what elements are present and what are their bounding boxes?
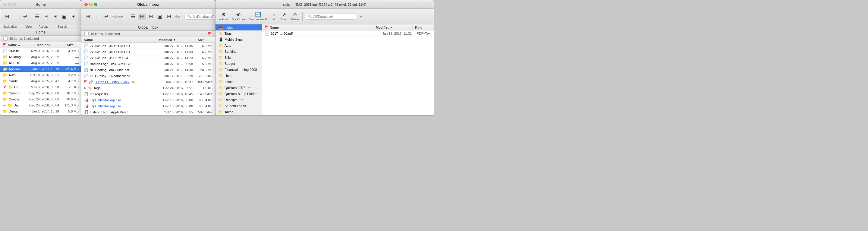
home-col-modified[interactable]: Modified (34, 42, 64, 48)
list-item-decorating[interactable]: — 📁 Decorating Dec 24, 2016, 08:04 171.3… (0, 102, 81, 108)
close-button-home[interactable] (3, 3, 7, 6)
folder-icon-receipts: 📁 (218, 98, 223, 102)
rt-delete-label: Delete (291, 18, 299, 21)
sidebar-quicken-label: Quicken 2007 (224, 86, 245, 90)
rt-search-box[interactable]: 🔍 (305, 13, 358, 20)
sidebar-item-home[interactable]: 📁 Home (216, 73, 262, 79)
gi-view-split-btn[interactable]: ⊟ (138, 13, 146, 20)
view-icon-btn[interactable]: ⊞ (69, 13, 78, 20)
right-col-name[interactable]: 🚩 Name (262, 24, 373, 30)
gi-nav-up-btn[interactable]: ⌂ (93, 13, 101, 20)
list-item-appliances[interactable]: 📁 Appliances Jan 1, 2017, 13:19 85.4 MB (0, 66, 81, 72)
traffic-lights-home[interactable] (3, 3, 16, 6)
sidebar-income-label: Income (224, 80, 236, 84)
inbox-icon: 📥 (218, 25, 223, 30)
list-item-computers[interactable]: 📁 Computers Sep 25, 2016, 20:06 18.7 MB (0, 90, 81, 96)
list-item[interactable]: 📁 All PDF Documents Aug 4, 2015, 20:29 — (0, 60, 81, 66)
list-item[interactable]: 📁 Contractors Dec 24, 2016, 08:08 30.6 M… (0, 96, 81, 102)
folder-icon-financial: 📁 (218, 67, 223, 72)
list-item[interactable]: 📋 DT requests Dec 18, 2016, 10:45 140 by… (82, 91, 215, 97)
open-icon: ↗ (282, 12, 286, 17)
gi-col-modified[interactable]: Modified ▼ (156, 37, 195, 42)
sidebar-item-income[interactable]: 📁 Income (216, 79, 262, 85)
list-item[interactable]: 📁 All Images Aug 4, 2015, 20:29 — (0, 54, 81, 60)
cover-icon: ▣ (62, 14, 67, 19)
gi-view-list-btn[interactable]: ☰ (129, 13, 137, 20)
close-button-inbox[interactable] (84, 3, 88, 6)
list-item[interactable]: 📄 CSA Policy...l Weatherhead Jan 17, 201… (82, 73, 215, 79)
sidebar-item-auto[interactable]: 📁 Auto (216, 42, 262, 49)
toolbar-view-label: View (25, 25, 32, 28)
rt-sync-btn[interactable]: 🔄 Synchronize All (248, 12, 269, 21)
home-col-name[interactable]: 🚩 Name ▲ (0, 42, 34, 48)
gi-view-3col-btn[interactable]: ⊞ (147, 13, 155, 20)
list-item[interactable]: 📁 Cards Aug 4, 2015, 20:47 4.7 MB (0, 78, 81, 84)
sidebar-item-inbox[interactable]: 📥 Inbox (216, 24, 262, 30)
list-item[interactable]: 📄 27253: Jan...35:16 PM EST Jan 27, 2017… (82, 43, 215, 49)
home-col-size[interactable]: Size (64, 42, 81, 48)
folder-icon-bills: 📁 (218, 56, 223, 60)
list-item[interactable]: 📁 Dental Jan 1, 2017, 13:18 5.6 MB (0, 108, 81, 114)
sidebar-item-tags[interactable]: 🏷️ Tags (216, 30, 262, 36)
sidebar-item-banking[interactable]: 📁 Banking (216, 49, 262, 55)
minimize-button-home[interactable] (8, 3, 11, 6)
sidebar-item-receipts[interactable]: 📁 Receipts ●● (216, 97, 262, 103)
nav-back-btn[interactable]: ↩ (21, 13, 29, 20)
gi-col-size[interactable]: Size (195, 37, 215, 42)
nav-up-btn[interactable]: ⌂ (12, 13, 20, 20)
sidebar-taxes-label: Taxes (224, 110, 233, 114)
rt-delete-btn[interactable]: ⊘ Delete (290, 12, 300, 21)
view-split-btn[interactable]: ⊟ (42, 13, 50, 20)
sidebar-item-budget[interactable]: 📁 Budget (216, 61, 262, 67)
rt-info-btn[interactable]: ℹ Info (270, 12, 278, 21)
rt-actions-btn[interactable]: ⚙ Actions (218, 12, 229, 21)
list-item-tags[interactable]: ▶ 🏷️ Tags Dec 24, 2016, 07:51 1.5 KB (82, 85, 215, 91)
view-cover-btn[interactable]: ▣ (60, 13, 68, 20)
rt-toolbar-expand[interactable]: » (359, 14, 363, 19)
right-col-modified[interactable]: Modified ▼ (373, 25, 412, 30)
rt-open-btn[interactable]: ↗ Open (279, 12, 288, 21)
sidebar-item-financial[interactable]: 📁 Financial...nning 2008 (216, 67, 262, 73)
gi-search-input[interactable] (193, 15, 215, 19)
right-col-kind[interactable]: Kind (412, 25, 434, 30)
list-item[interactable]: 📄 27253: Jan...34:17 PM EST Jan 27, 2017… (82, 49, 215, 55)
rt-search-input[interactable] (313, 15, 355, 19)
list-item[interactable]: 🎵 Listen to Em...AppleMusic Oct 15, 2016… (82, 109, 215, 115)
sidebar-item-quicken[interactable]: 📁 Quicken 2007 ●● (216, 85, 262, 91)
sidebar-item-bills[interactable]: 📁 Bills (216, 55, 262, 61)
list-item-pdf[interactable]: 📄 2017_....50.pdf Jan 15, 2017, 11:31 PD… (262, 30, 434, 36)
gi-view-cover-btn[interactable]: ▣ (156, 13, 164, 20)
gi-view-icon-btn[interactable]: ⊞ (165, 13, 173, 20)
view-3col-btn[interactable]: ⊞ (51, 13, 59, 20)
doc-icon: 📄 (3, 49, 7, 53)
list-item[interactable]: 📌 📁 Commute May 5, 2016, 08:38 2.6 KB (0, 84, 81, 90)
folder-icon-student: 📁 (218, 104, 223, 108)
sidebar-item-mobile[interactable]: 📱 Mobile Sync (216, 36, 262, 42)
list-item[interactable]: 📁 Duplicates Aug 4, 2015, 20:29 — (0, 114, 81, 115)
list-item[interactable]: 📄 27253: Jan...3:00 PM EST Jan 27, 2017,… (82, 55, 215, 61)
view-list-btn[interactable]: ☰ (33, 13, 41, 20)
sidebar-item-quicken-backup[interactable]: 📁 Quicken B...up Folder (216, 91, 262, 97)
gi-nav-back-btn[interactable]: ↩ (102, 13, 110, 20)
minimize-button-inbox[interactable] (89, 3, 93, 6)
maximize-button-home[interactable] (13, 3, 16, 6)
rt-quicklook-btn[interactable]: 👁 Quick Look (230, 12, 247, 21)
traffic-lights-inbox[interactable] (84, 3, 97, 6)
list-item[interactable]: 📄 01450: Nov 9, 2016, 3:38:29 AM EST Nov… (0, 48, 81, 54)
list-item[interactable]: 📋 NH Boating...am Guide.pdf Jan 21, 2017… (82, 67, 215, 73)
list-item-csv1[interactable]: 📊 TapCellarBackup.csv Dec 16, 2016, 08:0… (82, 97, 215, 103)
gi-search-box[interactable]: 🔍 (184, 13, 215, 20)
search-icon-rt: 🔍 (308, 15, 312, 19)
list-item-csv2[interactable]: 📊 TapCellarBackup.csv Dec 16, 2016, 08:0… (82, 103, 215, 109)
sidebar-mobile-label: Mobile Sync (224, 38, 243, 41)
maximize-button-inbox[interactable] (94, 3, 97, 6)
gi-nav-grid-btn[interactable]: ⊞ (84, 13, 92, 20)
list-item[interactable]: 📄 Boston Loga...8:31 AM EST Jan 27, 2017… (82, 61, 215, 67)
list-item[interactable]: 📁 Auto Oct 18, 2016, 09:35 3.2 MB (0, 72, 81, 78)
gi-col-name[interactable]: Name (82, 37, 156, 42)
nav-grid-btn[interactable]: ⊞ (3, 13, 11, 20)
sidebar-item-student[interactable]: 📁 Student Loans (216, 103, 262, 109)
list-item-link[interactable]: 🚩 🔗 Button I H...ertext Slack Jan 5, 201… (82, 79, 215, 85)
sidebar-item-taxes[interactable]: 📁 Taxes (216, 109, 262, 115)
icon-view-icon: ⊞ (71, 14, 75, 19)
